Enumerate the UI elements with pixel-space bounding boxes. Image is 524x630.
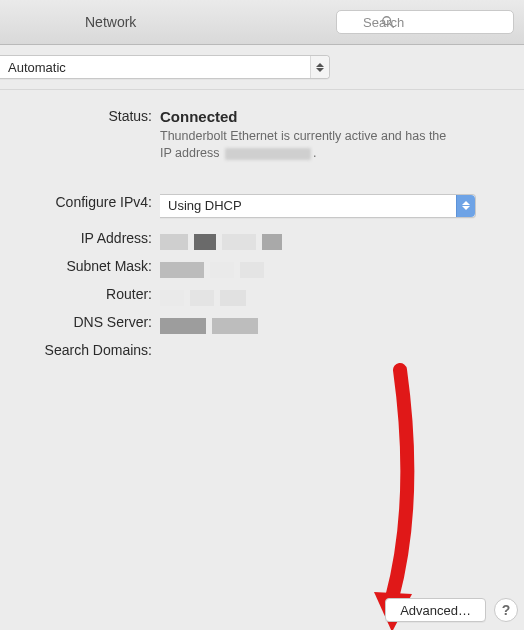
- chevron-updown-icon: [456, 195, 475, 217]
- row-ip-address: IP Address:: [0, 228, 524, 256]
- status-value: Connected: [160, 108, 476, 125]
- search-domains-value: [160, 340, 524, 344]
- configure-ipv4-label: Configure IPv4:: [0, 190, 160, 210]
- configure-ipv4-popup[interactable]: Using DHCP: [160, 194, 476, 218]
- bottom-bar: Advanced… ?: [0, 598, 524, 622]
- router-label: Router:: [0, 284, 160, 302]
- configure-ipv4-value: Using DHCP: [168, 198, 242, 213]
- location-value: Automatic: [8, 60, 66, 75]
- row-configure-ipv4: Configure IPv4: Using DHCP: [0, 190, 524, 228]
- subnet-mask-label: Subnet Mask:: [0, 256, 160, 274]
- dns-server-label: DNS Server:: [0, 312, 160, 330]
- annotation-arrow: [370, 370, 430, 630]
- advanced-button[interactable]: Advanced…: [385, 598, 486, 622]
- ip-address-label: IP Address:: [0, 228, 160, 246]
- row-search-domains: Search Domains:: [0, 340, 524, 368]
- row-router: Router:: [0, 284, 524, 312]
- redacted-ip-inline: [225, 148, 311, 160]
- status-subtext: Thunderbolt Ethernet is currently active…: [160, 125, 460, 162]
- router-redacted: [160, 288, 246, 306]
- ip-address-redacted: [160, 232, 282, 250]
- search-field-wrap: [336, 10, 514, 34]
- row-dns-server: DNS Server:: [0, 312, 524, 340]
- location-popup[interactable]: Automatic: [0, 55, 330, 79]
- dns-server-redacted: [160, 316, 258, 334]
- titlebar: Network: [0, 0, 524, 45]
- help-button[interactable]: ?: [494, 598, 518, 622]
- row-subnet-mask: Subnet Mask:: [0, 256, 524, 284]
- chevron-updown-icon: [310, 56, 329, 78]
- search-domains-label: Search Domains:: [0, 340, 160, 358]
- row-status: Status: Connected Thunderbolt Ethernet i…: [0, 104, 524, 162]
- subnet-mask-redacted: [160, 260, 264, 278]
- location-row: Automatic: [0, 45, 524, 90]
- window-title: Network: [0, 14, 136, 30]
- search-input[interactable]: [336, 10, 514, 34]
- status-label: Status:: [0, 104, 160, 124]
- main-panel: Status: Connected Thunderbolt Ethernet i…: [0, 90, 524, 630]
